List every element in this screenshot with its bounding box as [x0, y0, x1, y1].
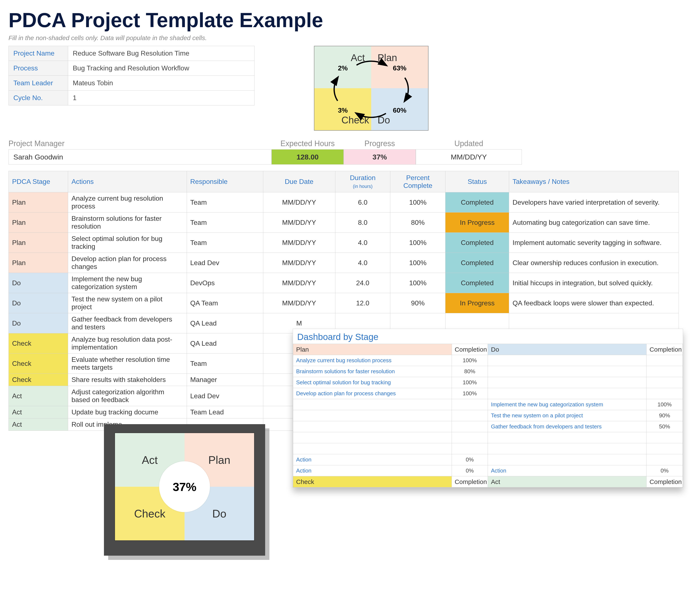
cell-action[interactable]: Adjust categorization algorithm based on…: [68, 386, 187, 406]
cell-action[interactable]: Analyze current bug resolution process: [68, 192, 187, 212]
cycle-check-label: Check: [341, 114, 369, 126]
cell-duration[interactable]: 12.0: [335, 293, 390, 313]
cell-status[interactable]: Completed: [445, 273, 509, 293]
cell-action[interactable]: Share results with stakeholders: [68, 374, 187, 386]
cell-percent[interactable]: 90%: [390, 293, 445, 313]
cell-action[interactable]: Develop action plan for process changes: [68, 253, 187, 273]
cell-action[interactable]: Implement the new bug categorization sys…: [68, 273, 187, 293]
cell-due[interactable]: MM/DD/YY: [263, 293, 335, 313]
cell-stage: Plan: [9, 212, 68, 233]
cell-due[interactable]: MM/DD/YY: [263, 212, 335, 233]
dash-do-item: [488, 443, 646, 448]
cell-responsible[interactable]: Team: [187, 192, 263, 212]
cell-responsible[interactable]: Team: [187, 212, 263, 233]
dashboard-title: Dashboard by Stage: [293, 332, 683, 344]
dash-do-pct: [646, 366, 683, 377]
cell-duration[interactable]: 24.0: [335, 273, 390, 293]
cell-status[interactable]: Completed: [445, 192, 509, 212]
cell-action[interactable]: Brainstorm solutions for faster resoluti…: [68, 212, 187, 233]
cell-percent[interactable]: 100%: [390, 233, 445, 253]
cell-responsible[interactable]: Manager: [187, 374, 263, 386]
cell-status[interactable]: Completed: [445, 253, 509, 273]
dash-plan-pct: 80%: [452, 366, 488, 377]
cell-duration[interactable]: 6.0: [335, 192, 390, 212]
cell-status[interactable]: In Progress: [445, 293, 509, 313]
cell-stage: Act: [9, 406, 68, 418]
dash-do-pct: [646, 432, 683, 443]
cell-notes[interactable]: Clear ownership reduces confusion in exe…: [509, 253, 679, 273]
cell-responsible[interactable]: Team: [187, 354, 263, 374]
cell-action[interactable]: Test the new system on a pilot project: [68, 293, 187, 313]
cell-percent[interactable]: 80%: [390, 212, 445, 233]
header-duration: Duration(in hours): [335, 171, 390, 192]
cell-status[interactable]: Completed: [445, 233, 509, 253]
dash-do-pct: 100%: [646, 399, 683, 410]
cycle-act-pct: 2%: [338, 64, 348, 72]
cell-due[interactable]: MM/DD/YY: [263, 273, 335, 293]
cell-responsible[interactable]: Lead Dev: [187, 386, 263, 406]
cell-percent[interactable]: 100%: [390, 273, 445, 293]
cell-stage: Check: [9, 354, 68, 374]
meta-project-name-label: Project Name: [9, 46, 68, 61]
meta-process[interactable]: Bug Tracking and Resolution Workflow: [68, 61, 255, 76]
dash-do-item: Implement the new bug categorization sys…: [488, 399, 646, 410]
table-row: DoImplement the new bug categorization s…: [9, 273, 679, 293]
meta-project-name[interactable]: Reduce Software Bug Resolution Time: [68, 46, 255, 61]
cell-responsible[interactable]: Lead Dev: [187, 253, 263, 273]
cell-notes[interactable]: Developers have varied interpretation of…: [509, 192, 679, 212]
dash-plan-item: Develop action plan for process changes: [293, 388, 452, 399]
cell-action[interactable]: Analyze bug resolution data post-impleme…: [68, 333, 187, 354]
cell-action[interactable]: Select optimal solution for bug tracking: [68, 233, 187, 253]
cell-action[interactable]: Update bug tracking docume: [68, 406, 187, 418]
cycle-act-label: Act: [351, 52, 365, 64]
cell-notes[interactable]: Initial hiccups in integration, but solv…: [509, 273, 679, 293]
cell-percent[interactable]: 100%: [390, 253, 445, 273]
dash-head-do: Do: [488, 344, 646, 355]
cell-percent[interactable]: 100%: [390, 192, 445, 212]
cell-status[interactable]: In Progress: [445, 212, 509, 233]
cell-responsible[interactable]: Team Lead: [187, 406, 263, 418]
dash-row: [293, 443, 683, 448]
cell-stage: Do: [9, 313, 68, 333]
cell-stage: Do: [9, 293, 68, 313]
cell-duration[interactable]: 8.0: [335, 212, 390, 233]
cell-responsible[interactable]: Team: [187, 233, 263, 253]
dash-plan-item: Select optimal solution for bug tracking: [293, 377, 452, 388]
cell-due[interactable]: MM/DD/YY: [263, 233, 335, 253]
pm-updated[interactable]: MM/DD/YY: [416, 149, 522, 165]
cycle-quadrant-do: 60% Do: [371, 88, 428, 130]
meta-team-leader[interactable]: Mateus Tobin: [68, 76, 255, 91]
dash-row: Implement the new bug categorization sys…: [293, 399, 683, 410]
dash-plan-item: [293, 443, 452, 448]
cycle-plan-pct: 63%: [393, 64, 406, 72]
cell-due[interactable]: MM/DD/YY: [263, 253, 335, 273]
cell-action[interactable]: Evaluate whether resolution time meets t…: [68, 354, 187, 374]
cycle-do-pct: 60%: [393, 106, 406, 114]
dash-row: Brainstorm solutions for faster resoluti…: [293, 366, 683, 377]
cell-notes[interactable]: Automating bug categorization can save t…: [509, 212, 679, 233]
dash-do-pct: [646, 443, 683, 448]
cell-due[interactable]: MM/DD/YY: [263, 192, 335, 212]
bigcard-act: Act: [115, 433, 185, 448]
cell-responsible[interactable]: QA Lead: [187, 333, 263, 354]
cell-duration[interactable]: 4.0: [335, 233, 390, 253]
cell-notes[interactable]: QA feedback loops were slower than expec…: [509, 293, 679, 313]
dash-plan-item: [293, 399, 452, 410]
dash-row: Select optimal solution for bug tracking…: [293, 377, 683, 388]
pm-manager[interactable]: Sarah Goodwin: [8, 149, 272, 165]
cell-responsible[interactable]: QA Lead: [187, 313, 263, 333]
dash-plan-pct: 100%: [452, 388, 488, 399]
cell-duration[interactable]: 4.0: [335, 253, 390, 273]
cell-notes[interactable]: Implement automatic severity tagging in …: [509, 233, 679, 253]
cell-responsible[interactable]: DevOps: [187, 273, 263, 293]
cell-action[interactable]: Gather feedback from developers and test…: [68, 313, 187, 333]
pm-manager-label: Project Manager: [8, 139, 272, 149]
meta-cycle-no[interactable]: 1: [68, 91, 255, 105]
cell-responsible[interactable]: QA Team: [187, 293, 263, 313]
cycle-check-pct: 3%: [338, 106, 348, 114]
header-stage: PDCA Stage: [9, 171, 68, 192]
dash-row: Gather feedback from developers and test…: [293, 421, 683, 432]
header-status: Status: [445, 171, 509, 192]
summary-quad-card: Act Plan Check Do 37%: [104, 424, 265, 448]
pdca-cycle-graphic: Act 2% Plan 63% 3% Check 60% Do: [314, 46, 428, 131]
